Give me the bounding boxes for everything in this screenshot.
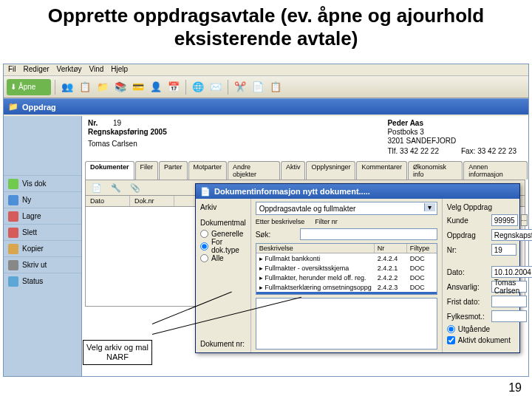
menubar: Fil Rediger Verktøy Vind Hjelp — [4, 64, 528, 76]
page-number: 19 — [508, 381, 522, 395]
main-toolbar: ⬇ Åpne 👥 📋 📁 📚 💳 👤 📅 🌐 ✉️ ✂️ 📄 📋 — [4, 76, 528, 98]
mail-icon[interactable]: ✉️ — [208, 79, 224, 95]
template-row[interactable]: ▸ Fullmakt bankkonti2.4.2.4DOC — [256, 253, 437, 263]
user-icon[interactable]: 👥 — [59, 79, 75, 95]
props-icon[interactable]: 📋 — [77, 79, 93, 95]
folder-icon: 📁 — [8, 102, 18, 112]
radio-alle[interactable]: Alle — [200, 254, 246, 262]
paste-icon[interactable]: 📋 — [267, 79, 284, 95]
tool2-icon[interactable]: 📎 — [127, 180, 143, 196]
fax-value: 33 42 22 23 — [477, 147, 516, 155]
menu-rediger[interactable]: Rediger — [24, 65, 50, 75]
person-icon[interactable]: 👤 — [148, 79, 164, 95]
sok-input[interactable] — [300, 228, 437, 240]
menu-vind[interactable]: Vind — [89, 65, 104, 75]
chk-aktiv-dokument[interactable]: Aktivt dokument — [447, 336, 527, 344]
books-icon[interactable]: 📚 — [112, 79, 129, 95]
template-list[interactable]: Beskrivelse Nr Filtype ▸ Fullmakt bankko… — [256, 243, 437, 295]
oppdrag-label: Oppdrag — [447, 231, 488, 239]
sidebar-item-status[interactable]: Status — [4, 273, 81, 289]
globe-icon[interactable]: 🌐 — [190, 79, 206, 95]
tab-parter[interactable]: Parter — [159, 161, 188, 180]
slide-title: Opprette oppdragsavtale (ev. åpne og ajo… — [0, 0, 532, 53]
sidebar-item-skrivut[interactable]: Skriv ut — [4, 256, 81, 273]
menu-fil[interactable]: Fil — [8, 65, 16, 75]
sidebar: Vis dok Ny Lagre Slett Kopier Skriv ut S… — [4, 116, 82, 376]
calendar-icon[interactable]: 📅 — [166, 79, 182, 95]
nr-value: 19 — [113, 119, 121, 127]
copy-icon[interactable]: 📄 — [250, 79, 266, 95]
ansvarlig-label: Ansvarlig: — [447, 283, 488, 291]
sidebar-item-visdok[interactable]: Vis dok — [4, 175, 81, 191]
filter-etter-label: Etter beskrivelse — [256, 218, 305, 225]
card-icon[interactable]: 💳 — [130, 79, 146, 95]
kunde-lookup-button[interactable]: ... — [521, 214, 528, 226]
tab-okonomisk[interactable]: Økonomisk info — [408, 161, 463, 180]
kunde-input[interactable]: 99995 — [491, 214, 518, 226]
col-beskrivelse[interactable]: Beskrivelse — [256, 244, 375, 253]
col-dato[interactable]: Dato — [86, 196, 130, 206]
arkiv-label: Arkiv — [200, 203, 246, 211]
sidebar-item-lagre[interactable]: Lagre — [4, 208, 81, 224]
window-title: Oppdrag — [22, 103, 56, 112]
nr-label: Nr. — [88, 119, 104, 127]
dialog-titlebar: 📄 Dokumentinformasjon nytt dokument..... — [196, 184, 519, 199]
col-doknr[interactable]: Dok.nr — [130, 196, 174, 206]
template-row[interactable]: ▸ Fullmakter, herunder meld off. reg.2.4… — [256, 273, 437, 282]
tel-label: Tlf. — [387, 147, 398, 155]
template-row[interactable]: ▸ Fullmakter - oversiktsskjema2.4.2.1DOC — [256, 263, 437, 273]
dialog-title: Dokumentinformasjon nytt dokument..... — [214, 187, 370, 196]
open-button[interactable]: ⬇ Åpne — [7, 79, 51, 95]
template-row[interactable]: ▸ Oppdragsavtale2.4.1.1DOC — [256, 292, 437, 295]
sidebar-item-kopier[interactable]: Kopier — [4, 240, 81, 256]
tab-annen[interactable]: Annen informasjon — [463, 161, 528, 180]
filter-nr-label: Filter nr — [315, 218, 338, 225]
sidebar-item-slett[interactable]: Slett — [4, 224, 81, 240]
frist-input[interactable] — [491, 296, 527, 307]
ansvarlig-input[interactable]: Tomas Carlsen — [491, 281, 527, 293]
frist-label: Frist dato: — [447, 298, 488, 306]
tab-kommentarer[interactable]: Kommentarer — [356, 161, 407, 180]
col-filtype[interactable]: Filtype — [407, 244, 437, 253]
col-nr[interactable]: Nr — [375, 244, 407, 253]
tool-icon[interactable]: 🔧 — [108, 180, 124, 196]
sidebar-item-ny[interactable]: Ny — [4, 191, 81, 208]
sok-label: Søk: — [256, 231, 297, 239]
docnr-input[interactable] — [256, 298, 437, 349]
fax-label: Fax: — [461, 147, 475, 155]
tab-opplysninger[interactable]: Opplysninger — [306, 161, 355, 180]
client-addr1: Postboks 3 — [387, 128, 516, 136]
client-name: Peder Aas — [387, 119, 423, 127]
kunde-label: Kunde — [447, 216, 488, 225]
responsible: Tomas Carlsen — [88, 140, 167, 148]
case-name: Regnskapsføring 2005 — [88, 128, 167, 136]
arkiv-select[interactable]: Oppdragsavtale og fullmakter — [256, 202, 437, 215]
oppdrag-input[interactable]: Regnskapsf — [491, 229, 532, 241]
new-doc-icon[interactable]: 📄 — [89, 180, 105, 196]
tabs: Dokumenter Filer Parter Motparter Andre … — [85, 161, 528, 180]
oppdrag-nr-input[interactable]: 19 — [491, 244, 516, 256]
radio-utgaaende[interactable]: Utgående — [447, 325, 527, 333]
tab-dokumenter[interactable]: Dokumenter — [85, 161, 134, 180]
fylkesmot-input[interactable] — [491, 310, 527, 322]
tab-aktiv[interactable]: Aktiv — [281, 161, 306, 180]
menu-verktoy[interactable]: Verktøy — [57, 65, 82, 75]
tab-motparter[interactable]: Motparter — [188, 161, 228, 180]
oppdrag-nr-label: Nr: — [447, 246, 488, 254]
tab-andre[interactable]: Andre objekter — [228, 161, 280, 180]
radio-for-doktype[interactable]: For dok.type — [200, 238, 246, 254]
menu-hjelp[interactable]: Hjelp — [111, 65, 128, 75]
cut-icon[interactable]: ✂️ — [232, 79, 248, 95]
mal-label: Dokumentmal — [200, 219, 246, 227]
client-addr2: 3201 SANDEFJORD — [387, 137, 516, 145]
template-row[interactable]: ▸ Fullmaktserklæring omsetningsoppg2.4.2… — [256, 282, 437, 292]
tab-filer[interactable]: Filer — [135, 161, 159, 180]
docnr-label: Dokument nr: — [200, 340, 246, 348]
document-info-dialog: 📄 Dokumentinformasjon nytt dokument.....… — [195, 183, 520, 353]
velg-oppdrag-label: Velg Oppdrag — [447, 203, 527, 211]
folder-icon[interactable]: 📁 — [95, 79, 111, 95]
doc-icon: 📄 — [200, 187, 211, 197]
radio-generelle[interactable]: Generelle — [200, 230, 246, 238]
dato-input[interactable]: 10.10.2004 — [491, 266, 532, 278]
oppdrag-titlebar: 📁 Oppdrag — [4, 98, 528, 115]
